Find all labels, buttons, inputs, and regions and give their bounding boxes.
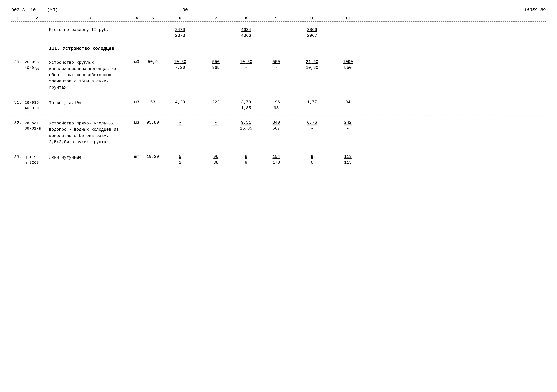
row-description: То же , д.10м (49, 100, 130, 106)
col-header-5: 5 (143, 16, 162, 21)
itogo-col7: - (198, 27, 234, 32)
column-headers: I 2 3 4 5 6 7 8 9 10 II (11, 15, 546, 22)
row-description: Люки чугунные (49, 155, 130, 161)
row-col10: 21,60 10,80 (294, 60, 330, 71)
doc-number: 902-3 -10 (11, 8, 36, 13)
data-rows: 30. 26-936 40-9-д Устройство круглых кан… (11, 55, 546, 170)
col-header-3: 3 (49, 16, 130, 21)
doc-type: (УП) (47, 8, 58, 13)
row-qty: 95,80 (143, 120, 162, 125)
itogo-row: Итого по разделу II руб. - - 2470 2373 -… (11, 22, 546, 42)
row-col9: 196 98 (258, 100, 294, 111)
row-qty: 53 (143, 100, 162, 105)
row-col8: 9,51 15,85 (234, 120, 258, 131)
catalog-number: 16959-09 (524, 8, 546, 13)
row-col6: 5 2 (162, 155, 198, 165)
row-col8: 8 9 (234, 155, 258, 165)
page-number: 30 (182, 8, 188, 13)
row-code: 26-936 40-9-д (25, 60, 49, 71)
itogo-col5: - (143, 27, 162, 32)
row-number: 30. (11, 60, 25, 65)
itogo-col10: 3866 2967 (294, 27, 330, 39)
row-col11: 242 - (330, 120, 366, 131)
col-header-7: 7 (198, 16, 234, 21)
row-col6: 4,20 - (162, 100, 198, 111)
row-col11: 1090 550 (330, 60, 366, 71)
row-code: Ц.I ч.I п.3263 (25, 155, 49, 165)
row-col9: 550 - (258, 60, 294, 71)
table-row: 33. Ц.I ч.I п.3263 Люки чугунные шт 19.2… (11, 150, 546, 170)
row-col7: - (198, 120, 234, 126)
row-description: Устройство прямо- угольных водопро - вод… (49, 120, 130, 145)
row-qty: 19.20 (143, 155, 162, 159)
table-row: 30. 26-936 40-9-д Устройство круглых кан… (11, 55, 546, 95)
row-col6: 10,80 7,20 (162, 60, 198, 71)
row-col11: 113 115 (330, 155, 366, 165)
row-col10: 9 6 (294, 155, 330, 165)
row-col7: 550 365 (198, 60, 234, 71)
col-header-2: 2 (25, 16, 49, 21)
row-col7: 96 38 (198, 155, 234, 165)
table-row: 32. 26-531 38-31-в Устройство прямо- уго… (11, 115, 546, 150)
col-header-10: 10 (294, 16, 330, 21)
itogo-col9: - (258, 27, 294, 32)
row-col7: 222 - (198, 100, 234, 111)
header-row: 902-3 -10 (УП) 30 16959-09 (11, 8, 546, 13)
col-header-11: II (330, 16, 366, 21)
row-col9: 154 178 (258, 155, 294, 165)
row-number: 33. (11, 155, 25, 160)
header-divider (11, 14, 546, 14)
section3-title-row: III. Устройство колодцев (11, 42, 546, 55)
itogo-label: Итого по разделу II руб. (49, 27, 130, 32)
row-unit: м3 (130, 60, 143, 64)
col-header-4: 4 (130, 16, 143, 21)
row-unit: шт (130, 155, 143, 159)
col-header-6: 6 (162, 16, 198, 21)
row-col8: 10,80 - (234, 60, 258, 71)
itogo-col8: 4634 4366 (234, 27, 258, 39)
col-header-8: 8 (234, 16, 258, 21)
col-header-1: I (11, 16, 25, 21)
row-col9: 340 567 (258, 120, 294, 131)
row-description: Устройство круглых канализационных колод… (49, 60, 130, 91)
row-col6: - (162, 120, 198, 126)
itogo-col6: 2470 2373 (162, 27, 198, 39)
col-header-9: 9 (258, 16, 294, 21)
row-code: 26-935 40-9-в (25, 100, 49, 111)
itogo-col4: - (130, 27, 143, 32)
row-number: 32. (11, 120, 25, 125)
row-col10: 1,77 (294, 100, 330, 106)
row-code: 26-531 38-31-в (25, 120, 49, 131)
row-number: 31. (11, 100, 25, 105)
table-row: 31. 26-935 40-9-в То же , д.10м м3 53 4,… (11, 95, 546, 115)
row-col10: 6,76 - (294, 120, 330, 131)
row-qty: 50,9 (143, 60, 162, 64)
row-unit: м3 (130, 100, 143, 105)
row-col8: 3,70 1,85 (234, 100, 258, 111)
row-col11: 94 (330, 100, 366, 106)
row-unit: м3 (130, 120, 143, 125)
